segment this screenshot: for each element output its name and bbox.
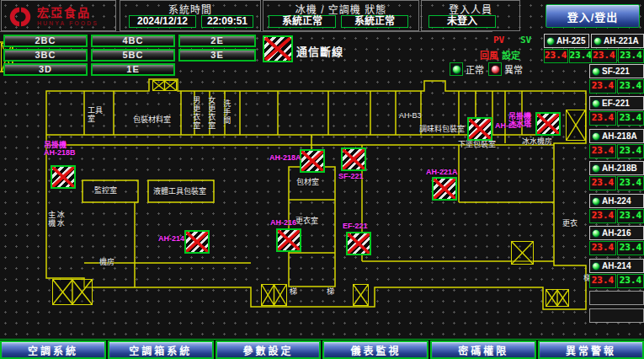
floor-button-3e[interactable]: 3E (178, 49, 256, 62)
unit-status-led-icon (592, 229, 600, 238)
sv-value: 23.4 (617, 79, 644, 94)
stair-hatch-icon (261, 284, 287, 306)
sv-value: 23.4 (618, 49, 644, 63)
time-display: 22:09:51 (201, 15, 253, 28)
sv-value: 23.4 (569, 49, 593, 63)
sv-value: 23.4 (617, 111, 644, 126)
sv-name-label: 設定 (502, 48, 520, 62)
legend-normal: 正常 (450, 62, 484, 76)
unit-ah-216-values: 23.423.4 (589, 241, 644, 255)
unit-sf-221-values: 23.423.4 (589, 79, 644, 94)
floor-button-5bc[interactable]: 5BC (91, 49, 175, 62)
unit-sf-221[interactable]: SF-221 (589, 64, 644, 78)
room-label: 調味料包裝室 (419, 125, 465, 133)
nav-button-1[interactable]: 空調箱系統 (108, 340, 214, 359)
plan-unit-ah-224[interactable] (467, 117, 492, 141)
empty-unit-slot (589, 308, 644, 323)
plan-unit-sf-221[interactable] (341, 147, 366, 171)
unit-status-led-icon (592, 262, 600, 271)
room-label: AH-B3 (399, 111, 422, 120)
stair-hatch-icon (152, 80, 177, 91)
pv-value: 23.4 (589, 144, 616, 158)
plan-unit-ah-221a[interactable] (432, 177, 457, 201)
chiller-status-badge: 系統正常 (269, 15, 336, 28)
plan-unit-ah-218b[interactable] (51, 165, 76, 189)
nav-button-5[interactable]: 異常警報 (538, 340, 644, 359)
room-label: 女更衣室 (207, 96, 216, 130)
plan-unit-ah-218a[interactable] (300, 149, 325, 173)
floor-button-3d[interactable]: 3D (3, 63, 88, 76)
plan-unit-label: SF-221 (338, 173, 364, 180)
comm-error-legend-icon (263, 35, 293, 62)
floor-button-2e[interactable]: 2E (178, 35, 256, 47)
plan-unit-ef-221[interactable] (346, 232, 371, 255)
comm-error-legend-label: 通信斷線 (296, 43, 343, 59)
unit-ah-218a[interactable]: AH-218A (589, 129, 644, 143)
unit-name: AH-218B (602, 163, 637, 173)
unit-status-led-icon (546, 37, 555, 46)
login-logout-button[interactable]: 登入/登出 (546, 4, 640, 28)
unit-ah-216[interactable]: AH-216 (589, 226, 644, 240)
brand-name-en: HUNYA FOODS (37, 20, 98, 26)
unit-ef-221[interactable]: EF-221 (589, 96, 644, 110)
plan-unit-label: 吊掛機 冰水塔 (508, 113, 531, 129)
machine-status-title: 冰機 / 空調機 狀態 (263, 2, 418, 16)
nav-button-3[interactable]: 儀表監視 (322, 340, 428, 359)
floor-button-3bc[interactable]: 3BC (3, 49, 88, 62)
unit-ah-218a-values: 23.423.4 (589, 144, 644, 158)
login-section: 登入人員 未登入 (421, 0, 520, 31)
login-status-badge: 未登入 (428, 15, 496, 28)
room-label: 機房 (99, 258, 114, 266)
unit-ah-225[interactable]: AH-225 (544, 34, 589, 48)
plan-unit-ah-225[interactable] (535, 112, 561, 136)
pv-name-label: 回風 (480, 48, 498, 62)
unit-ah-214[interactable]: AH-214 (589, 259, 644, 273)
brand-name: 宏亞食品 (37, 7, 98, 19)
floor-button-2bc[interactable]: 2BC (3, 35, 88, 47)
unit-ah-218b[interactable]: AH-218B (589, 161, 644, 175)
sv-value: 23.4 (617, 241, 644, 255)
plan-unit-ah-216[interactable] (276, 228, 301, 252)
pv-value: 23.4 (589, 274, 616, 288)
room-label: 更衣室 (295, 217, 318, 225)
nav-button-0[interactable]: 空調系統 (0, 340, 106, 359)
unit-name: AH-224 (602, 196, 631, 206)
date-display: 2024/12/12 (129, 15, 196, 28)
bottom-navbar: 空調系統空調箱系統參數設定儀表監視密碼權限異常警報 (0, 339, 644, 359)
room-label: 液體工具包裝室 (153, 187, 206, 196)
legend-abnormal: 異常 (488, 62, 523, 76)
pv-value: 23.4 (589, 209, 616, 223)
room-label: 下塗包裝室 (458, 140, 496, 148)
plan-unit-label: EF-221 (343, 222, 368, 230)
room-label: 男更衣室 (192, 96, 200, 130)
unit-status-led-icon (592, 67, 600, 76)
plan-unit-ah-214[interactable] (184, 230, 210, 254)
nav-button-2[interactable]: 參數設定 (216, 340, 322, 359)
nav-button-4[interactable]: 密碼權限 (430, 340, 536, 359)
empty-unit-slot (589, 291, 644, 305)
pv-value: 23.4 (589, 111, 616, 126)
stair-hatch-icon (566, 110, 586, 141)
room-label: 工具 室 (88, 106, 103, 124)
plan-unit-label: AH-214 (158, 235, 184, 243)
hunya-logo-icon (7, 5, 34, 29)
sv-value: 23.4 (617, 144, 644, 158)
floor-button-4bc[interactable]: 4BC (91, 35, 175, 47)
unit-ah-221a[interactable]: AH-221A (591, 34, 644, 48)
unit-status-led-icon (592, 99, 600, 108)
room-label: 梯 (327, 287, 334, 296)
room-label: 冰水機房 (522, 137, 552, 146)
hmi-screen: 工具 室包裝材料室男更衣室女更衣室洗手間AH-B3調味料包裝室下塗包裝室冰水機房… (0, 0, 644, 359)
room-label: 洗手間 (222, 99, 231, 125)
unit-ah-218b-values: 23.423.4 (589, 176, 644, 190)
unit-status-led-icon (592, 132, 600, 141)
floor-button-1e[interactable]: 1E (91, 63, 175, 76)
unit-ah-224[interactable]: AH-224 (589, 194, 644, 208)
normal-led-icon (450, 62, 463, 76)
room-label: 更衣 (562, 219, 577, 228)
logo-section: 宏亞食品 HUNYA FOODS (1, 0, 116, 31)
sv-value: 23.4 (617, 176, 644, 190)
unit-ef-221-values: 23.423.4 (589, 111, 644, 126)
stair-hatch-icon (511, 241, 534, 265)
pv-header: PV (493, 35, 504, 46)
